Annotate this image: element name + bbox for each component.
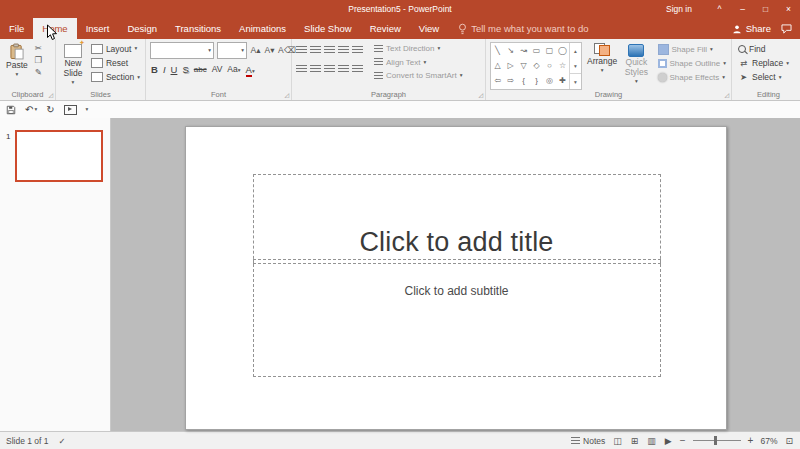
text-direction-button[interactable]: Text Direction▾ <box>372 43 464 55</box>
tell-me-box[interactable]: Tell me what you want to do <box>448 18 598 39</box>
shape-effects-button[interactable]: Shape Effects▾ <box>656 72 728 84</box>
redo-button[interactable]: ↻ <box>46 105 54 115</box>
minimize-button[interactable]: – <box>731 0 754 18</box>
undo-button[interactable]: ↶▾ <box>25 105 37 115</box>
slide-indicator[interactable]: Slide 1 of 1 <box>6 436 49 446</box>
spell-check-icon[interactable]: ✓ <box>59 436 66 446</box>
start-from-beginning-button[interactable] <box>64 105 77 115</box>
increase-indent-icon[interactable] <box>338 46 349 55</box>
shape-icon[interactable]: { <box>517 73 530 88</box>
reset-button[interactable]: Reset <box>89 57 142 69</box>
tab-animations[interactable]: Animations <box>230 18 295 39</box>
convert-to-smartart-button[interactable]: Convert to SmartArt▾ <box>372 70 464 82</box>
tab-slideshow[interactable]: Slide Show <box>295 18 361 39</box>
line-spacing-icon[interactable] <box>352 46 363 55</box>
sign-in-link[interactable]: Sign in <box>666 4 692 14</box>
tab-home[interactable]: Home <box>33 18 76 39</box>
normal-view-button[interactable]: ◫ <box>612 436 623 446</box>
shape-icon[interactable]: ◯ <box>556 43 569 58</box>
change-case-button[interactable]: Aa▾ <box>226 64 241 74</box>
increase-font-size-button[interactable]: A▴ <box>250 45 261 55</box>
shapes-scroll-up-icon[interactable]: ▴ <box>570 43 581 58</box>
shape-icon[interactable]: ▭ <box>530 43 543 58</box>
shape-fill-button[interactable]: Shape Fill▾ <box>656 43 728 56</box>
maximize-button[interactable]: □ <box>754 0 777 18</box>
slide-thumbnail[interactable] <box>15 130 103 182</box>
zoom-level[interactable]: 67% <box>760 436 777 446</box>
shape-icon[interactable]: } <box>530 73 543 88</box>
subtitle-placeholder[interactable]: Click to add subtitle <box>253 259 661 377</box>
tab-insert[interactable]: Insert <box>77 18 119 39</box>
decrease-font-size-button[interactable]: A▾ <box>264 45 275 55</box>
new-slide-button[interactable]: ✦ New Slide ▾ <box>60 42 86 86</box>
customize-qat-button[interactable]: ▾ <box>86 107 89 113</box>
shape-icon[interactable]: ◇ <box>530 58 543 73</box>
text-shadow-button[interactable]: S <box>181 64 189 75</box>
quick-styles-button[interactable]: Quick Styles ▾ <box>622 42 650 85</box>
close-button[interactable]: × <box>777 0 800 18</box>
slideshow-view-button[interactable]: ▶ <box>664 436 673 446</box>
columns-icon[interactable] <box>352 65 363 74</box>
tab-view[interactable]: View <box>410 18 448 39</box>
format-painter-button[interactable]: ✎ <box>33 67 44 77</box>
character-spacing-button[interactable]: AV <box>211 64 224 74</box>
notes-toggle[interactable]: Notes <box>571 436 605 446</box>
fit-to-window-button[interactable]: ⊡ <box>784 436 794 446</box>
shapes-scroll-down-icon[interactable]: ▾ <box>570 58 581 73</box>
font-name-combo[interactable]: ▾ <box>150 42 214 59</box>
section-button[interactable]: Section▾ <box>89 71 142 83</box>
share-button[interactable]: Share <box>732 23 771 34</box>
find-button[interactable]: Find <box>736 43 791 55</box>
zoom-slider-thumb[interactable] <box>714 436 717 445</box>
font-size-combo[interactable]: ▾ <box>217 42 247 59</box>
reading-view-button[interactable]: ▥ <box>646 436 657 446</box>
shape-icon[interactable]: △ <box>491 58 504 73</box>
slide[interactable]: Click to add title Click to add subtitle <box>185 126 727 430</box>
shape-icon[interactable]: ○ <box>543 58 556 73</box>
strikethrough-button[interactable]: abc <box>193 65 208 75</box>
shape-icon[interactable]: ⇨ <box>504 73 517 88</box>
select-button[interactable]: ➤Select▾ <box>736 71 791 83</box>
shape-icon[interactable]: ⇦ <box>491 73 504 88</box>
zoom-slider[interactable] <box>693 436 741 445</box>
zoom-in-button[interactable]: + <box>748 436 754 446</box>
replace-button[interactable]: ⇄Replace▾ <box>736 57 791 69</box>
font-color-button[interactable]: A▾ <box>245 64 256 75</box>
shape-icon[interactable]: ✚ <box>556 73 569 88</box>
tab-file[interactable]: File <box>0 18 33 39</box>
layout-button[interactable]: Layout▾ <box>89 43 142 55</box>
paragraph-dialog-launcher[interactable]: ◿ <box>478 92 483 98</box>
justify-icon[interactable] <box>338 65 349 74</box>
font-dialog-launcher[interactable]: ◿ <box>284 92 289 98</box>
shape-icon[interactable]: ↝ <box>517 43 530 58</box>
title-placeholder[interactable]: Click to add title <box>253 174 661 264</box>
copy-button[interactable]: ❐ <box>33 55 44 65</box>
shape-icon[interactable]: ◎ <box>543 73 556 88</box>
save-button[interactable] <box>6 105 16 115</box>
shape-icon[interactable]: ↘ <box>504 43 517 58</box>
comments-icon[interactable] <box>781 24 792 34</box>
cut-button[interactable]: ✂ <box>33 43 44 53</box>
slide-sorter-view-button[interactable]: ⊞ <box>630 436 640 446</box>
shape-icon[interactable]: ╲ <box>491 43 504 58</box>
shape-icon[interactable]: ▢ <box>543 43 556 58</box>
align-center-icon[interactable] <box>310 65 321 74</box>
arrange-button[interactable]: Arrange ▾ <box>585 42 619 74</box>
drawing-dialog-launcher[interactable]: ◿ <box>724 92 729 98</box>
italic-button[interactable]: I <box>162 64 167 75</box>
zoom-out-button[interactable]: − <box>680 436 686 446</box>
shape-icon[interactable]: ▷ <box>504 58 517 73</box>
underline-button[interactable]: U <box>170 64 179 75</box>
tab-review[interactable]: Review <box>361 18 410 39</box>
shapes-more-icon[interactable]: ▾ <box>570 73 581 89</box>
bold-button[interactable]: B <box>150 64 159 75</box>
align-left-icon[interactable] <box>296 65 307 74</box>
clipboard-dialog-launcher[interactable]: ◿ <box>48 92 53 98</box>
bullets-icon[interactable] <box>296 46 307 55</box>
numbering-icon[interactable] <box>310 46 321 55</box>
shape-icon[interactable]: ☆ <box>556 58 569 73</box>
align-text-button[interactable]: Align Text▾ <box>372 57 464 69</box>
shape-outline-button[interactable]: Shape Outline▾ <box>656 58 728 70</box>
tab-design[interactable]: Design <box>118 18 166 39</box>
paste-button[interactable]: Paste ▾ <box>4 42 30 78</box>
